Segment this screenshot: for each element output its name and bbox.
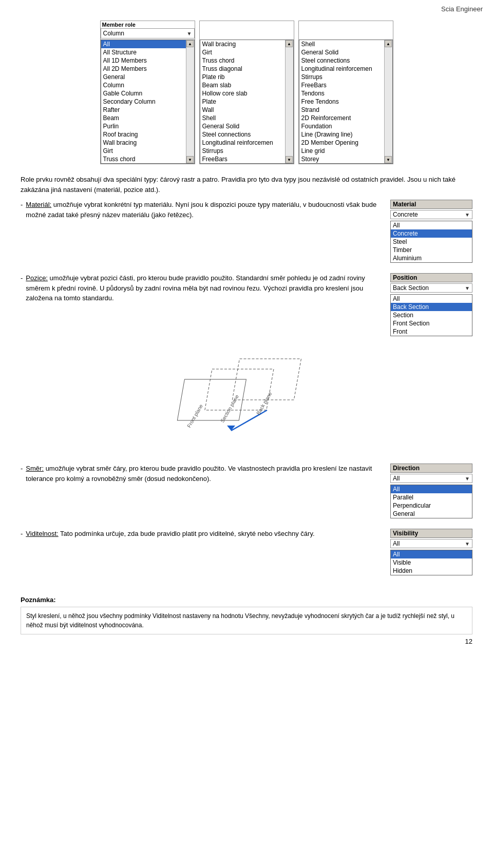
position-item[interactable]: Back Section xyxy=(391,303,472,311)
list-item[interactable]: Truss diagonal xyxy=(200,65,285,73)
list-item[interactable]: Wall xyxy=(200,106,285,114)
material-panel-label: Material xyxy=(390,200,472,209)
list-item[interactable]: Rafter xyxy=(101,106,186,114)
position-item[interactable]: Front Section xyxy=(391,319,472,327)
dropdown-arrow-icon: ▼ xyxy=(465,541,470,547)
visibility-item[interactable]: Hidden xyxy=(391,567,472,575)
position-item[interactable]: Section xyxy=(391,311,472,319)
direction-item[interactable]: Perpendicular xyxy=(391,501,472,510)
scroll-track[interactable] xyxy=(186,47,194,156)
panel1-scrollbar[interactable]: ▲ ▼ xyxy=(186,40,194,163)
note-label: Poznámka: xyxy=(21,596,56,604)
direction-item[interactable]: All xyxy=(391,485,472,493)
list-item[interactable]: Longitudinal reinforcemen xyxy=(200,139,285,147)
material-item[interactable]: All xyxy=(391,221,472,229)
scroll-track[interactable] xyxy=(385,47,392,156)
list-item[interactable]: Column xyxy=(101,81,186,89)
list-item[interactable]: FreeBars xyxy=(200,155,285,163)
bullet-dash: - xyxy=(21,200,23,220)
list-item[interactable]: FreeBars xyxy=(299,81,384,89)
list-item[interactable]: All 1D Members xyxy=(101,56,186,65)
scroll-down-btn[interactable]: ▼ xyxy=(385,156,392,163)
list-item[interactable]: Truss chord xyxy=(200,56,285,65)
list-item[interactable]: Steel connections xyxy=(299,56,384,65)
list-item[interactable]: Wall bracing xyxy=(101,139,186,147)
list-item[interactable]: Truss chord xyxy=(101,155,186,163)
app-title: Scia Engineer xyxy=(441,5,483,13)
position-panel-label: Position xyxy=(390,273,472,282)
dropdown-arrow-icon: ▼ xyxy=(465,212,470,218)
material-item[interactable]: Aluminium xyxy=(391,254,472,262)
list-item[interactable]: Gable Column xyxy=(101,89,186,98)
list-item[interactable]: Hollow core slab xyxy=(200,89,285,98)
list-item[interactable]: General xyxy=(101,73,186,81)
panel3-listbox[interactable]: Shell General Solid Steel connections Lo… xyxy=(299,40,393,164)
material-dropdown[interactable]: Concrete ▼ xyxy=(390,210,472,219)
position-dropdown[interactable]: Back Section ▼ xyxy=(390,283,472,293)
scroll-down-btn[interactable]: ▼ xyxy=(186,156,194,163)
direction-listbox[interactable]: All Parallel Perpendicular General xyxy=(390,485,472,518)
list-item[interactable]: Wall bracing xyxy=(200,40,285,48)
list-item[interactable]: Beam xyxy=(101,114,186,122)
panel1-items: All All Structure All 1D Members All 2D … xyxy=(101,40,186,163)
svg-text:Front plane: Front plane xyxy=(186,403,204,429)
list-item[interactable]: Shell xyxy=(200,114,285,122)
page-header: Scia Engineer xyxy=(0,0,493,15)
position-item[interactable]: Front xyxy=(391,327,472,336)
list-item[interactable]: Shell xyxy=(299,40,384,48)
list-item[interactable]: Storey xyxy=(299,155,384,163)
panel1-listbox[interactable]: All All Structure All 1D Members All 2D … xyxy=(101,40,195,164)
visibility-item[interactable]: All xyxy=(391,550,472,558)
list-item[interactable]: General Solid xyxy=(299,48,384,56)
list-item[interactable]: General Solid xyxy=(200,122,285,130)
bullet-material: - Materiál: umožňuje vybrat konkrétní ty… xyxy=(21,200,382,220)
list-item[interactable]: All Structure xyxy=(101,48,186,56)
list-item[interactable]: Roof bracing xyxy=(101,130,186,139)
material-listbox[interactable]: All Concrete Steel Timber Aluminium xyxy=(390,221,472,263)
list-item[interactable]: Longitudinal reinforcemen xyxy=(299,65,384,73)
visibility-item[interactable]: Visible xyxy=(391,558,472,567)
list-item[interactable]: All xyxy=(101,40,186,48)
list-item[interactable]: Girt xyxy=(200,48,285,56)
list-item[interactable]: 2D Reinforcement xyxy=(299,114,384,122)
list-item[interactable]: Beam slab xyxy=(200,81,285,89)
list-item[interactable]: Line grid xyxy=(299,147,384,155)
list-item[interactable]: Stirrups xyxy=(299,73,384,81)
direction-item[interactable]: Parallel xyxy=(391,493,472,501)
panel3-scrollbar[interactable]: ▲ ▼ xyxy=(384,40,392,163)
position-item[interactable]: All xyxy=(391,295,472,303)
material-item[interactable]: Steel xyxy=(391,238,472,246)
scroll-up-btn[interactable]: ▲ xyxy=(385,40,392,47)
list-item[interactable]: All 2D Members xyxy=(101,65,186,73)
material-item[interactable]: Concrete xyxy=(391,229,472,238)
panel1-dropdown[interactable]: Column ▼ xyxy=(101,28,195,38)
list-item[interactable]: Free Tendons xyxy=(299,98,384,106)
scroll-up-btn[interactable]: ▲ xyxy=(186,40,194,47)
list-item[interactable]: Tendons xyxy=(299,89,384,98)
panel3-spacer xyxy=(299,21,393,40)
scroll-down-btn[interactable]: ▼ xyxy=(286,156,293,163)
list-item[interactable]: Girt xyxy=(101,147,186,155)
list-item[interactable]: 2D Member Opening xyxy=(299,139,384,147)
list-item[interactable]: Line (Drawing line) xyxy=(299,130,384,139)
scroll-track[interactable] xyxy=(286,47,293,156)
scroll-up-btn[interactable]: ▲ xyxy=(286,40,293,47)
list-item[interactable]: Stirrups xyxy=(200,147,285,155)
material-item[interactable]: Timber xyxy=(391,246,472,254)
panel2-scrollbar[interactable]: ▲ ▼ xyxy=(285,40,293,163)
visibility-dropdown[interactable]: All ▼ xyxy=(390,539,472,548)
list-item[interactable]: Plate rib xyxy=(200,73,285,81)
direction-dropdown[interactable]: All ▼ xyxy=(390,474,472,483)
list-item[interactable]: Purlin xyxy=(101,122,186,130)
position-listbox[interactable]: All Back Section Section Front Section F… xyxy=(390,294,472,336)
direction-item[interactable]: General xyxy=(391,510,472,518)
list-item[interactable]: Secondary Column xyxy=(101,98,186,106)
list-item[interactable]: Plate xyxy=(200,98,285,106)
bullet-dash: - xyxy=(21,464,23,484)
list-item[interactable]: Strand xyxy=(299,106,384,114)
list-item[interactable]: Foundation xyxy=(299,122,384,130)
list-item[interactable]: Steel connections xyxy=(200,130,285,139)
visibility-listbox[interactable]: All Visible Hidden xyxy=(390,550,472,575)
dropdown-arrow-icon: ▼ xyxy=(187,31,192,36)
panel2-listbox[interactable]: Wall bracing Girt Truss chord Truss diag… xyxy=(200,40,294,164)
